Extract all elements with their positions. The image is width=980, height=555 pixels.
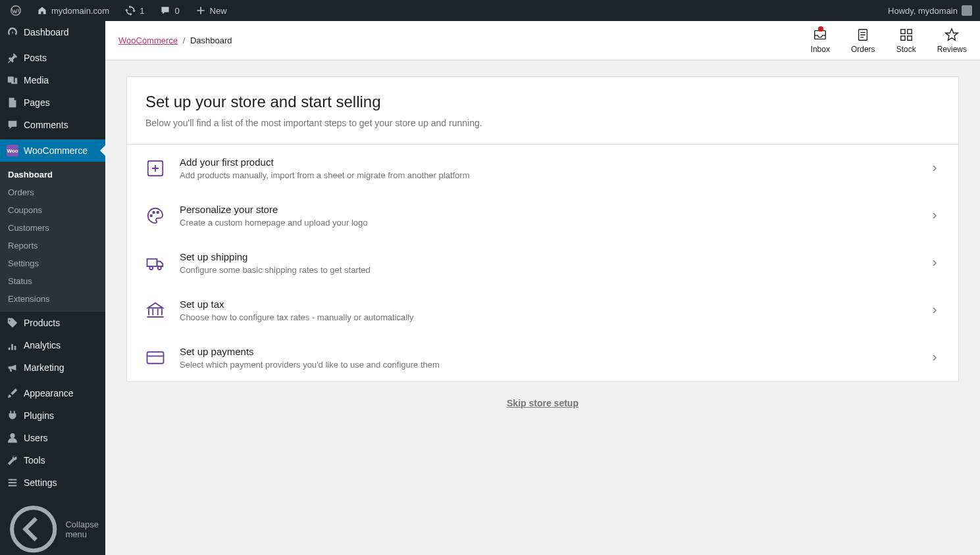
refresh-icon	[125, 5, 136, 16]
skip-setup-link[interactable]: Skip store setup	[507, 398, 579, 408]
sidebar-sub-status[interactable]: Status	[0, 272, 105, 290]
sidebar-item-products[interactable]: Products	[0, 312, 105, 334]
new-label: New	[210, 6, 227, 16]
chart-icon	[7, 339, 18, 351]
svg-rect-20	[147, 352, 164, 364]
breadcrumb-root[interactable]: WooCommerce	[118, 36, 178, 45]
setup-subtitle: Below you'll find a list of the most imp…	[145, 118, 940, 128]
svg-rect-17	[147, 259, 157, 266]
setup-card: Set up your store and start selling Belo…	[126, 76, 959, 382]
card-icon	[145, 348, 165, 368]
woo-icon: Woo	[7, 145, 18, 157]
task-shipping[interactable]: Set up shippingConfigure some basic ship…	[127, 239, 958, 287]
svg-point-18	[149, 266, 153, 270]
svg-point-14	[151, 215, 153, 217]
task-tax[interactable]: Set up taxChoose how to configure tax ra…	[127, 287, 958, 334]
sidebar-sub-reports[interactable]: Reports	[0, 237, 105, 254]
chevron-right-icon	[929, 305, 940, 316]
svg-point-1	[9, 78, 11, 79]
comments-count: 0	[174, 6, 179, 16]
task-personalize[interactable]: Personalize your storeCreate a custom ho…	[127, 192, 958, 239]
avatar-icon	[962, 5, 972, 16]
wp-logo[interactable]	[5, 0, 26, 21]
updates-count: 1	[140, 6, 144, 16]
setup-title: Set up your store and start selling	[145, 93, 940, 111]
sidebar-item-pages[interactable]: Pages	[0, 91, 105, 114]
task-payments[interactable]: Set up paymentsSelect which payment prov…	[127, 334, 958, 381]
sidebar-submenu-woocommerce: Dashboard Orders Coupons Customers Repor…	[0, 162, 105, 312]
new-content-link[interactable]: New	[190, 0, 232, 21]
plug-icon	[7, 410, 18, 422]
notification-dot-icon	[818, 26, 823, 32]
add-product-icon	[145, 158, 165, 178]
sidebar-item-marketing[interactable]: Marketing	[0, 356, 105, 379]
chevron-right-icon	[929, 258, 940, 268]
tag-icon	[7, 317, 18, 329]
sidebar-item-users[interactable]: Users	[0, 427, 105, 440]
breadcrumb: WooCommerce / Dashboard	[118, 36, 232, 45]
home-icon	[37, 5, 47, 16]
topbar-orders[interactable]: Orders	[851, 28, 875, 54]
chevron-right-icon	[929, 352, 940, 363]
megaphone-icon	[7, 362, 18, 374]
comments-link[interactable]: 0	[155, 0, 184, 21]
svg-point-16	[157, 212, 159, 214]
svg-point-15	[153, 212, 155, 214]
sidebar-item-woocommerce[interactable]: WooWooCommerce	[0, 139, 105, 162]
howdy-text: Howdy, mydomain	[888, 6, 958, 16]
svg-rect-9	[900, 29, 904, 33]
svg-rect-7	[815, 30, 826, 39]
task-add-product[interactable]: Add your first productAdd products manua…	[127, 145, 958, 192]
sidebar-sub-orders[interactable]: Orders	[0, 183, 105, 201]
stock-icon	[899, 28, 914, 42]
star-icon	[944, 28, 959, 42]
svg-rect-12	[907, 36, 911, 39]
plus-icon	[195, 5, 206, 16]
updates-link[interactable]: 1	[120, 0, 149, 21]
sidebar-sub-extensions[interactable]: Extensions	[0, 290, 105, 308]
topbar-inbox[interactable]: Inbox	[811, 28, 830, 54]
sidebar-sub-customers[interactable]: Customers	[0, 219, 105, 237]
sidebar-sub-settings[interactable]: Settings	[0, 254, 105, 272]
sidebar-item-comments[interactable]: Comments	[0, 114, 105, 136]
sidebar-item-analytics[interactable]: Analytics	[0, 334, 105, 356]
media-icon	[7, 74, 18, 86]
bank-icon	[145, 301, 165, 320]
svg-point-19	[158, 266, 161, 270]
breadcrumb-current: Dashboard	[190, 36, 232, 45]
admin-sidebar: Dashboard Posts Media Pages Comments Woo…	[0, 21, 105, 440]
topbar-reviews[interactable]: Reviews	[937, 28, 967, 54]
dashboard-icon	[7, 26, 18, 38]
page-icon	[7, 97, 18, 109]
chevron-right-icon	[929, 210, 940, 221]
palette-icon	[145, 206, 165, 226]
sidebar-sub-coupons[interactable]: Coupons	[0, 201, 105, 219]
orders-icon	[856, 28, 870, 42]
topbar-stock[interactable]: Stock	[896, 28, 916, 54]
sidebar-item-dashboard[interactable]: Dashboard	[0, 21, 105, 43]
svg-rect-11	[900, 36, 904, 39]
svg-rect-10	[907, 29, 911, 33]
site-name: mydomain.com	[51, 6, 109, 16]
site-name-link[interactable]: mydomain.com	[32, 0, 115, 21]
comment-icon	[7, 119, 18, 131]
admin-bar: mydomain.com 1 0 New Howdy, mydomain	[0, 0, 980, 21]
sidebar-item-plugins[interactable]: Plugins	[0, 404, 105, 427]
svg-point-2	[10, 433, 14, 438]
sidebar-sub-dashboard[interactable]: Dashboard	[0, 166, 105, 183]
main-content: WooCommerce / Dashboard Inbox Orders Sto…	[105, 21, 980, 440]
comment-icon	[160, 5, 170, 16]
sidebar-item-media[interactable]: Media	[0, 69, 105, 91]
truck-icon	[145, 253, 165, 273]
brush-icon	[7, 387, 18, 399]
sidebar-item-posts[interactable]: Posts	[0, 47, 105, 69]
chevron-right-icon	[929, 163, 940, 174]
howdy-account[interactable]: Howdy, mydomain	[883, 0, 975, 21]
user-icon	[7, 432, 18, 440]
pin-icon	[7, 52, 18, 64]
woocommerce-topbar: WooCommerce / Dashboard Inbox Orders Sto…	[105, 21, 980, 60]
sidebar-item-appearance[interactable]: Appearance	[0, 382, 105, 404]
